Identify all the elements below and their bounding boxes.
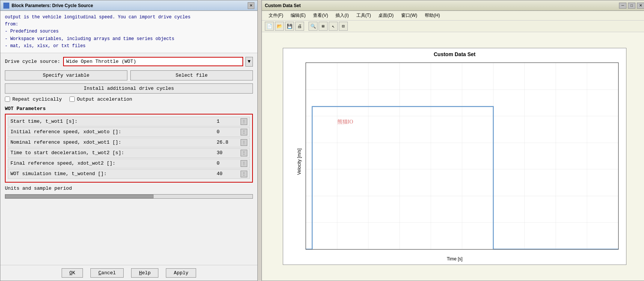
matlab-toolbar: 📄 📂 💾 🖨 🔍 ⊞ ↖ ⊡ (262, 21, 644, 32)
pan-button[interactable]: ⊡ (339, 22, 348, 31)
menu-file[interactable]: 文件(F) (265, 12, 287, 19)
close-button[interactable]: ✕ (637, 3, 644, 9)
output-acceleration-checkbox[interactable] (69, 97, 75, 102)
param-row-1: Initial reference speed, xdot_woto []: ⋮ (8, 127, 250, 137)
checkbox-row: Repeat cyclically Output acceleration (5, 97, 253, 102)
plot-title: Custom Data Set (283, 48, 626, 59)
y-axis-label: Velocity [m/s] (297, 149, 302, 175)
x-axis-label: Time [s] (447, 256, 462, 262)
title-bar: Block Parameters: Drive Cycle Source ✕ (0, 0, 257, 11)
param-menu-btn-2[interactable]: ⋮ (241, 139, 247, 146)
close-button[interactable]: ✕ (248, 2, 254, 9)
wot-params-box: Start time, t_wot1 [s]: ⋮ Initial refere… (5, 114, 253, 183)
maximize-button[interactable]: □ (628, 3, 635, 9)
cursor-button[interactable]: ↖ (329, 22, 338, 31)
apply-button[interactable]: Apply (166, 268, 196, 278)
minimize-button[interactable]: ─ (619, 3, 626, 9)
param-input-3[interactable] (217, 150, 239, 156)
param-input-4[interactable] (217, 161, 239, 166)
cancel-button[interactable]: Cancel (90, 268, 124, 278)
new-figure-button[interactable]: 📄 (265, 22, 274, 31)
repeat-cyclically-label: Repeat cyclically (12, 97, 62, 102)
table-button[interactable]: ⊞ (319, 22, 328, 31)
desc-line-3: - Predefined sources (5, 28, 253, 35)
dropdown-arrow[interactable]: ▼ (245, 57, 253, 67)
repeat-cyclically-checkbox[interactable] (5, 97, 10, 102)
install-drive-cycles-button[interactable]: Install additional drive cycles (5, 83, 253, 94)
param-menu-btn-0[interactable]: ⋮ (241, 118, 247, 125)
menu-window[interactable]: 窗口(W) (397, 12, 421, 19)
menu-edit[interactable]: 编辑(E) (287, 12, 309, 19)
description-area: output is the vehicle longitudinal speed… (0, 11, 257, 53)
wot-params-label: WOT Parameters (5, 106, 253, 112)
help-label: elp (142, 270, 151, 276)
plot-area: Custom Data Set Velocity [m/s] 熊猫IO (262, 32, 644, 281)
param-row-3: Time to start deceleration, t_wot2 [s]: … (8, 148, 250, 158)
param-row-5: WOT simulation time, t_wotend []: ⋮ (8, 169, 250, 179)
matlab-title-bar: Custom Data Set ─ □ ✕ (262, 0, 644, 11)
drive-cycle-row: Drive cycle source: ▼ (5, 57, 253, 67)
matlab-window-title: Custom Data Set (265, 3, 301, 8)
plot-container: Custom Data Set Velocity [m/s] 熊猫IO (283, 48, 626, 265)
ok-button[interactable]: OK (62, 268, 83, 278)
desc-line-4: - Workspace variables, including arrays … (5, 36, 253, 43)
param-menu-btn-5[interactable]: ⋮ (241, 171, 247, 177)
output-acceleration-label: Output acceleration (77, 97, 132, 102)
ok-label: K (72, 270, 75, 276)
param-input-0[interactable] (217, 119, 239, 124)
desc-line-2: from: (5, 21, 253, 28)
repeat-cyclically-item[interactable]: Repeat cyclically (5, 97, 62, 102)
cancel-label: ancel (101, 270, 116, 276)
param-row-4: Final reference speed, xdot_wot2 []: ⋮ (8, 159, 250, 168)
menu-insert[interactable]: 插入(I) (332, 12, 352, 19)
horizontal-scrollbar[interactable] (5, 194, 253, 199)
param-label-3: Time to start deceleration, t_wot2 [s]: (10, 150, 217, 156)
units-section: Units and sample period (5, 186, 253, 191)
help-button[interactable]: Help (131, 268, 158, 278)
open-button[interactable]: 📂 (275, 22, 284, 31)
watermark: 熊猫IO (337, 119, 353, 125)
specify-select-row: Specify variable Select file (5, 70, 253, 80)
zoom-button[interactable]: 🔍 (309, 22, 318, 31)
window-title: Block Parameters: Drive Cycle Source (12, 3, 93, 8)
param-input-2[interactable] (217, 140, 239, 145)
desc-line-5: - mat, xls, xlsx, or txt files (5, 43, 253, 50)
specify-variable-button[interactable]: Specify variable (5, 70, 127, 80)
scrollbar-thumb (5, 195, 154, 198)
drive-cycle-label: Drive cycle source: (5, 59, 60, 64)
param-input-1[interactable] (217, 129, 239, 135)
drive-cycle-input[interactable] (63, 57, 243, 66)
param-menu-btn-1[interactable]: ⋮ (241, 129, 247, 135)
custom-data-set-panel: Custom Data Set ─ □ ✕ 文件(F) 编辑(E) 查看(V) … (261, 0, 644, 281)
param-label-4: Final reference speed, xdot_wot2 []: (10, 161, 217, 166)
param-row-0: Start time, t_wot1 [s]: ⋮ (8, 117, 250, 126)
plot-inner: Velocity [m/s] 熊猫IO (283, 59, 626, 265)
param-label-0: Start time, t_wot1 [s]: (10, 119, 217, 124)
matlab-menubar: 文件(F) 编辑(E) 查看(V) 插入(I) 工具(T) 桌面(D) 窗口(W… (262, 11, 644, 21)
param-label-1: Initial reference speed, xdot_woto []: (10, 129, 217, 135)
window-buttons: ─ □ ✕ (619, 3, 644, 9)
menu-desktop[interactable]: 桌面(D) (375, 12, 397, 19)
desc-line-1: output is the vehicle longitudinal speed… (5, 14, 253, 21)
param-label-5: WOT simulation time, t_wotend []: (10, 171, 217, 177)
bottom-buttons: OK Cancel Help Apply (0, 265, 257, 281)
units-label: Units and sample period (5, 186, 72, 191)
print-button[interactable]: 🖨 (295, 22, 304, 31)
chart-area: 熊猫IO (306, 62, 619, 250)
form-area: Drive cycle source: ▼ Specify variable S… (0, 53, 257, 265)
menu-view[interactable]: 查看(V) (309, 12, 332, 19)
select-file-button[interactable]: Select file (130, 70, 253, 80)
param-label-2: Nominal reference speed, xdot_wot1 []: (10, 140, 217, 145)
save-button[interactable]: 💾 (285, 22, 294, 31)
param-input-5[interactable] (217, 171, 239, 177)
block-parameters-panel: Block Parameters: Drive Cycle Source ✕ o… (0, 0, 258, 281)
chart-svg: 0 5 10 15 20 25 30 35 0 5 10 15 20 (306, 63, 618, 249)
window-icon (3, 3, 9, 9)
param-menu-btn-4[interactable]: ⋮ (241, 160, 247, 167)
menu-tools[interactable]: 工具(T) (353, 12, 375, 19)
menu-help[interactable]: 帮助(H) (421, 12, 444, 19)
output-acceleration-item[interactable]: Output acceleration (69, 97, 132, 102)
param-row-2: Nominal reference speed, xdot_wot1 []: ⋮ (8, 138, 250, 147)
param-menu-btn-3[interactable]: ⋮ (241, 150, 247, 156)
